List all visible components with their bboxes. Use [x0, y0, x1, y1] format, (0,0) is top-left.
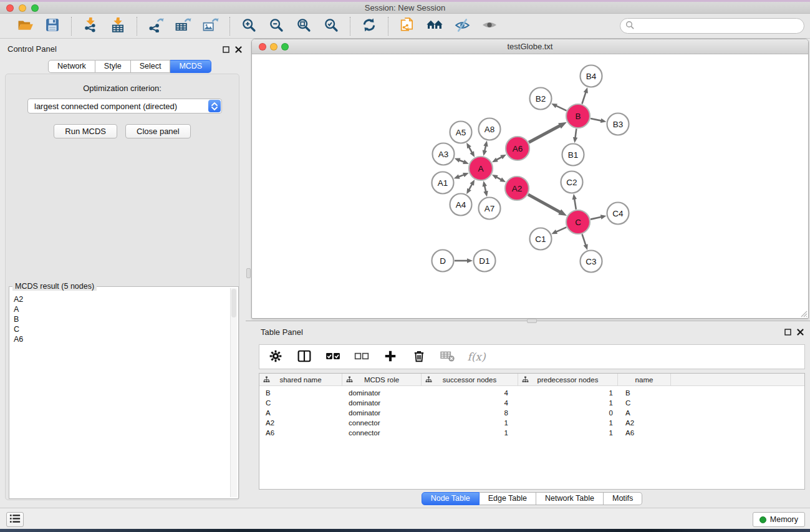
deselect-all-columns-button[interactable]: [350, 347, 373, 367]
column-header-name[interactable]: name: [618, 374, 671, 385]
graph-node-A7[interactable]: A7: [479, 198, 501, 220]
graph-edge-A-A3[interactable]: [455, 158, 469, 164]
graph-node-A8[interactable]: A8: [479, 118, 501, 140]
hide-graphics-details-button[interactable]: [451, 16, 473, 36]
search-box[interactable]: [620, 18, 804, 34]
criterion-dropdown[interactable]: largest connected component (directed): [27, 99, 222, 114]
main-titlebar[interactable]: Session: New Session: [0, 2, 810, 14]
tab-network-table[interactable]: Network Table: [536, 492, 604, 505]
table-panel-close-icon[interactable]: [796, 327, 804, 336]
graph-node-A2[interactable]: A2: [505, 177, 529, 200]
tab-node-table[interactable]: Node Table: [422, 492, 480, 505]
run-mcds-button[interactable]: Run MCDS: [54, 124, 117, 138]
network-graph[interactable]: B4B2BB3A8A5A6A3B1AC2A1A2A4A7C4CC1C3DD1: [252, 55, 808, 318]
mcds-result-item[interactable]: A2: [14, 294, 229, 304]
table-panel-float-button[interactable]: [783, 327, 792, 336]
zoom-selected-button[interactable]: [320, 16, 342, 36]
network-view-window[interactable]: testGlobe.txt B4B2BB3A8A5A6A3B1AC2A1A2A4…: [251, 39, 809, 319]
network-window-titlebar[interactable]: testGlobe.txt: [252, 39, 808, 54]
graph-edge-B-B3[interactable]: [591, 118, 606, 123]
graph-node-A1[interactable]: A1: [432, 172, 454, 194]
graph-node-A5[interactable]: A5: [450, 122, 472, 143]
control-panel-close-icon[interactable]: [234, 45, 243, 54]
graph-edge-A-A7[interactable]: [483, 181, 488, 196]
tab-network[interactable]: Network: [48, 60, 95, 73]
show-graphics-details-button[interactable]: [478, 16, 501, 36]
resize-grip-icon[interactable]: [799, 309, 808, 317]
import-network-from-file-button[interactable]: [79, 16, 102, 36]
export-image-button[interactable]: [200, 16, 222, 36]
memory-button[interactable]: Memory: [753, 512, 805, 527]
graph-edge-A2-C[interactable]: [528, 195, 567, 216]
graph-node-C4[interactable]: C4: [607, 203, 629, 225]
zoom-out-button[interactable]: [265, 16, 287, 36]
mcds-scrollbar[interactable]: [230, 288, 237, 497]
tab-style[interactable]: Style: [95, 60, 131, 73]
graph-edge-A-A1[interactable]: [454, 173, 469, 179]
control-panel-float-button[interactable]: [221, 45, 230, 54]
table-row[interactable]: A6connector11A6: [259, 428, 804, 438]
graph-node-D1[interactable]: D1: [474, 250, 496, 272]
tab-edge-table[interactable]: Edge Table: [480, 492, 536, 505]
graph-edge-B-B2[interactable]: [551, 104, 566, 110]
graph-node-B2[interactable]: B2: [530, 88, 552, 110]
function-builder-button[interactable]: f(x): [465, 347, 488, 367]
save-session-button[interactable]: [41, 16, 64, 36]
graph-edge-C-C2[interactable]: [572, 194, 577, 210]
graph-node-A[interactable]: A: [469, 157, 493, 180]
graph-edge-D-D1[interactable]: [455, 258, 473, 263]
table-row[interactable]: A2connector11A2: [259, 418, 804, 428]
graph-edge-A-A4[interactable]: [466, 180, 475, 194]
graph-edge-B-B1[interactable]: [573, 128, 577, 143]
graph-edge-B-B4[interactable]: [582, 87, 587, 104]
network-canvas[interactable]: B4B2BB3A8A5A6A3B1AC2A1A2A4A7C4CC1C3DD1: [252, 55, 808, 318]
tab-select[interactable]: Select: [131, 60, 171, 73]
open-session-button[interactable]: [14, 16, 36, 36]
table-row[interactable]: Bdominator41B: [259, 388, 804, 398]
graph-edge-C-C4[interactable]: [591, 215, 606, 219]
graph-node-B3[interactable]: B3: [607, 114, 629, 135]
column-header-mcds-role[interactable]: MCDS role: [342, 374, 422, 385]
add-column-button[interactable]: [379, 347, 402, 367]
table-row[interactable]: Adominator80A: [259, 408, 804, 418]
graph-node-A3[interactable]: A3: [433, 143, 455, 165]
close-panel-button[interactable]: Close panel: [125, 124, 191, 138]
graph-edge-A-A8[interactable]: [483, 141, 488, 156]
graph-edge-C-C3[interactable]: [582, 234, 587, 250]
search-input[interactable]: [637, 20, 804, 32]
graph-node-C2[interactable]: C2: [561, 172, 583, 193]
graph-node-C1[interactable]: C1: [530, 228, 552, 250]
apply-preferred-layout-button[interactable]: [358, 16, 380, 36]
select-all-columns-button[interactable]: [322, 347, 344, 367]
graph-node-D[interactable]: D: [432, 250, 454, 272]
mcds-result-item[interactable]: A: [14, 304, 229, 314]
task-history-button[interactable]: [6, 512, 24, 527]
column-header-predecessor-nodes[interactable]: predecessor nodes: [518, 374, 618, 385]
zoom-fit-content-button[interactable]: [292, 16, 315, 36]
import-table-from-file-button[interactable]: [107, 16, 129, 36]
tab-mcds[interactable]: MCDS: [170, 60, 211, 73]
graph-node-C[interactable]: C: [566, 210, 590, 234]
export-network-button[interactable]: [145, 16, 167, 36]
graph-node-C3[interactable]: C3: [581, 251, 602, 273]
graph-edge-A-A6[interactable]: [492, 155, 506, 162]
graph-edge-A6-B[interactable]: [529, 122, 567, 143]
graph-node-B4[interactable]: B4: [581, 65, 602, 87]
column-header-shared-name[interactable]: shared name: [259, 374, 342, 385]
graph-edge-A-A2[interactable]: [492, 175, 506, 182]
graph-node-A6[interactable]: A6: [506, 137, 529, 160]
delete-columns-button[interactable]: [408, 347, 430, 367]
mcds-result-item[interactable]: A6: [14, 334, 229, 344]
graph-node-B[interactable]: B: [566, 104, 590, 128]
new-network-from-selection-button[interactable]: [396, 16, 418, 36]
vertical-splitter-handle[interactable]: [246, 268, 251, 278]
houses-button[interactable]: [423, 16, 446, 36]
zoom-in-button[interactable]: [238, 16, 260, 36]
graph-edge-C-C1[interactable]: [551, 227, 566, 234]
graph-node-A4[interactable]: A4: [450, 194, 472, 216]
table-settings-button[interactable]: [264, 347, 287, 367]
tab-motifs[interactable]: Motifs: [604, 492, 642, 505]
export-table-button[interactable]: [172, 16, 195, 36]
split-columns-button[interactable]: [293, 347, 316, 367]
graph-node-B1[interactable]: B1: [562, 144, 584, 166]
